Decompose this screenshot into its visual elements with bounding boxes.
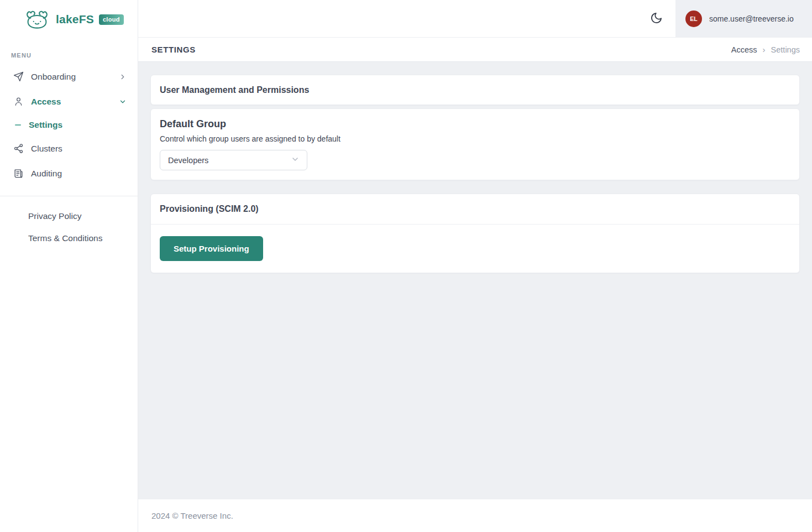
sidebar: lakeFS cloud MENU Onboarding Access xyxy=(0,0,138,532)
default-group-selected-value: Developers xyxy=(168,156,208,165)
breadcrumb-access-link[interactable]: Access xyxy=(731,45,757,54)
newspaper-icon xyxy=(13,168,24,179)
provisioning-title: Provisioning (SCIM 2.0) xyxy=(151,194,799,225)
default-group-card: Default Group Control which group users … xyxy=(150,108,800,180)
sidebar-item-access[interactable]: Access xyxy=(0,89,138,114)
provisioning-body: Setup Provisioning xyxy=(151,225,799,273)
lakefs-logo[interactable]: lakeFS cloud xyxy=(0,0,138,38)
terms-conditions-link[interactable]: Terms & Conditions xyxy=(0,227,138,249)
dash-icon xyxy=(15,124,21,126)
top-bar: EL some.user@treeverse.io xyxy=(138,0,812,38)
user-management-title: User Management and Permissions xyxy=(160,85,309,95)
chevron-down-icon xyxy=(119,98,127,106)
default-group-select[interactable]: Developers xyxy=(160,150,307,170)
sidebar-item-label: Auditing xyxy=(31,169,62,179)
breadcrumb-current: Settings xyxy=(771,45,800,54)
chevron-right-icon xyxy=(119,73,127,81)
dark-mode-toggle[interactable] xyxy=(650,0,663,37)
content-area: User Management and Permissions Default … xyxy=(138,62,812,499)
cloud-badge: cloud xyxy=(99,14,124,25)
sidebar-item-label: Access xyxy=(31,97,61,107)
default-group-title: Default Group xyxy=(160,118,790,130)
network-icon xyxy=(13,143,24,154)
sidebar-nav: Onboarding Access Settings xyxy=(0,64,138,186)
default-group-description: Control which group users are assigned t… xyxy=(160,134,790,143)
sidebar-footer-links: Privacy Policy Terms & Conditions xyxy=(0,205,138,249)
user-email: some.user@treeverse.io xyxy=(709,14,794,23)
sidebar-item-settings[interactable]: Settings xyxy=(0,114,138,136)
page-header: SETTINGS Access › Settings xyxy=(138,38,812,62)
menu-section-label: MENU xyxy=(11,52,138,59)
chevron-down-icon xyxy=(291,155,300,166)
breadcrumb-separator-icon: › xyxy=(763,45,766,54)
page-footer: 2024 © Treeverse Inc. xyxy=(138,499,812,532)
copyright-text: 2024 © Treeverse Inc. xyxy=(151,511,233,520)
privacy-policy-link[interactable]: Privacy Policy xyxy=(0,205,138,227)
setup-provisioning-button[interactable]: Setup Provisioning xyxy=(160,236,263,261)
brand-name: lakeFS xyxy=(56,13,94,26)
provisioning-card: Provisioning (SCIM 2.0) Setup Provisioni… xyxy=(150,194,800,273)
sidebar-divider xyxy=(0,196,138,196)
axolotl-logo-icon xyxy=(23,9,51,30)
page-title: SETTINGS xyxy=(151,45,196,54)
user-icon xyxy=(13,96,24,107)
moon-icon xyxy=(650,12,663,26)
sidebar-item-label: Settings xyxy=(29,120,62,130)
user-menu[interactable]: EL some.user@treeverse.io xyxy=(675,0,812,37)
sidebar-item-label: Onboarding xyxy=(31,72,76,82)
sidebar-item-label: Clusters xyxy=(31,144,62,154)
sidebar-item-onboarding[interactable]: Onboarding xyxy=(0,64,138,89)
avatar: EL xyxy=(685,11,702,27)
sidebar-item-auditing[interactable]: Auditing xyxy=(0,161,138,186)
main-column: EL some.user@treeverse.io SETTINGS Acces… xyxy=(138,0,812,532)
sidebar-item-clusters[interactable]: Clusters xyxy=(0,136,138,161)
breadcrumb: Access › Settings xyxy=(731,45,800,54)
user-management-card: User Management and Permissions xyxy=(150,75,800,105)
send-icon xyxy=(13,71,24,82)
app-window: lakeFS cloud MENU Onboarding Access xyxy=(0,0,812,532)
